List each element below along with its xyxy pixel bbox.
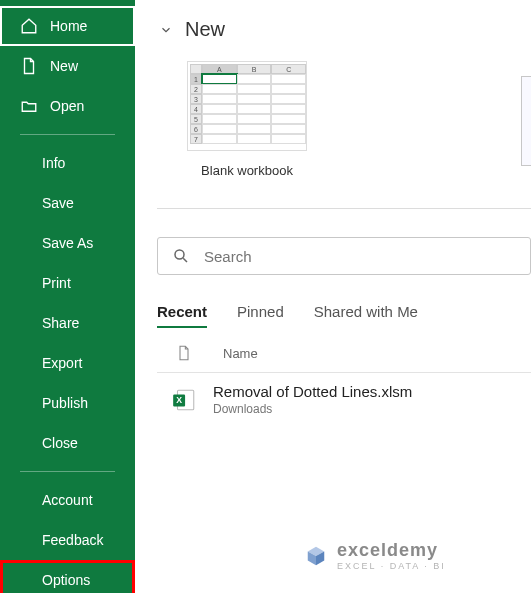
sidebar-export[interactable]: Export [0,343,135,383]
next-template-peek[interactable] [521,76,531,166]
sidebar-home[interactable]: Home [0,6,135,46]
search-icon [172,247,190,265]
file-text: Removal of Dotted Lines.xlsm Downloads [213,383,412,416]
file-row[interactable]: X Removal of Dotted Lines.xlsm Downloads [157,373,531,426]
section-title: New [185,18,225,41]
chevron-down-icon [157,21,175,39]
sidebar-save[interactable]: Save [0,183,135,223]
sidebar-open[interactable]: Open [0,86,135,126]
tab-pinned[interactable]: Pinned [237,303,284,328]
sidebar-account[interactable]: Account [0,480,135,520]
svg-point-0 [175,250,184,259]
logo-cube-icon [305,545,327,567]
watermark-brand: exceldemy [337,540,438,560]
open-folder-icon [20,97,38,115]
new-section-header[interactable]: New [157,18,531,41]
search-box[interactable] [157,237,531,275]
sidebar-new[interactable]: New [0,46,135,86]
sidebar-open-label: Open [50,98,84,114]
file-path: Downloads [213,402,412,416]
backstage-sidebar: Home New Open Info Save Save As Print Sh… [0,0,135,593]
template-blank-workbook[interactable]: ABC 1 2 3 4 5 6 7 Blank workbook [187,61,307,178]
template-label: Blank workbook [187,163,307,178]
sidebar-feedback[interactable]: Feedback [0,520,135,560]
sidebar-divider-1 [20,134,115,135]
sidebar-save-as[interactable]: Save As [0,223,135,263]
home-icon [20,17,38,35]
file-header-name: Name [223,346,258,361]
file-name: Removal of Dotted Lines.xlsm [213,383,412,400]
sidebar-home-label: Home [50,18,87,34]
search-input[interactable] [204,248,516,265]
main-panel: New ABC 1 2 3 4 5 6 7 Blank workbook Rec… [135,0,531,593]
svg-text:X: X [176,395,182,405]
tab-shared[interactable]: Shared with Me [314,303,418,328]
sidebar-new-label: New [50,58,78,74]
divider-under-templates [157,208,531,209]
watermark: exceldemy EXCEL · DATA · BI [305,540,446,571]
sidebar-share[interactable]: Share [0,303,135,343]
sidebar-close[interactable]: Close [0,423,135,463]
sidebar-print[interactable]: Print [0,263,135,303]
watermark-tagline: EXCEL · DATA · BI [337,561,446,571]
new-file-icon [20,57,38,75]
recent-tabs: Recent Pinned Shared with Me [157,303,531,328]
sidebar-options[interactable]: Options [0,560,135,593]
tab-recent[interactable]: Recent [157,303,207,328]
excel-file-icon: X [171,387,197,413]
sidebar-divider-2 [20,471,115,472]
file-header-icon [175,344,193,362]
template-thumbnail: ABC 1 2 3 4 5 6 7 [187,61,307,151]
sidebar-info[interactable]: Info [0,143,135,183]
sidebar-publish[interactable]: Publish [0,383,135,423]
file-list-header: Name [157,332,531,373]
